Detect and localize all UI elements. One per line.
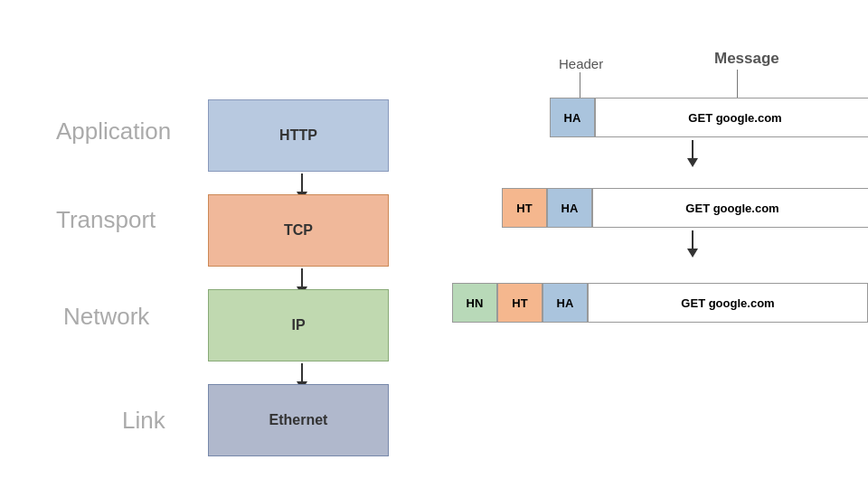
header-line <box>580 72 580 98</box>
cell-ha-3: HA <box>542 283 588 323</box>
arrow-row2-row3 <box>687 230 698 258</box>
network-label: Network <box>63 303 149 331</box>
link-box: Ethernet <box>208 384 389 456</box>
transport-box: TCP <box>208 194 389 267</box>
message-line <box>737 70 738 98</box>
transport-label: Transport <box>56 206 156 234</box>
arrow-row1-row2 <box>687 140 698 167</box>
cell-ht-3: HT <box>497 283 542 323</box>
cell-hn-3: HN <box>452 283 497 323</box>
packet-row-1: HA GET google.com <box>550 98 868 137</box>
cell-msg-1: GET google.com <box>595 98 868 137</box>
message-label: Message <box>714 50 779 68</box>
cell-ha-2: HA <box>547 188 592 228</box>
header-label: Header <box>559 56 603 71</box>
cell-msg-3: GET google.com <box>588 283 868 323</box>
application-label: Application <box>56 117 171 145</box>
link-label: Link <box>122 407 165 435</box>
cell-ha-1: HA <box>550 98 595 137</box>
cell-ht-2: HT <box>502 188 547 228</box>
packet-row-2: HT HA GET google.com <box>502 188 868 228</box>
cell-msg-2: GET google.com <box>592 188 868 228</box>
packet-row-3: HN HT HA GET google.com <box>452 283 868 323</box>
application-box: HTTP <box>208 99 389 172</box>
network-box: IP <box>208 289 389 361</box>
